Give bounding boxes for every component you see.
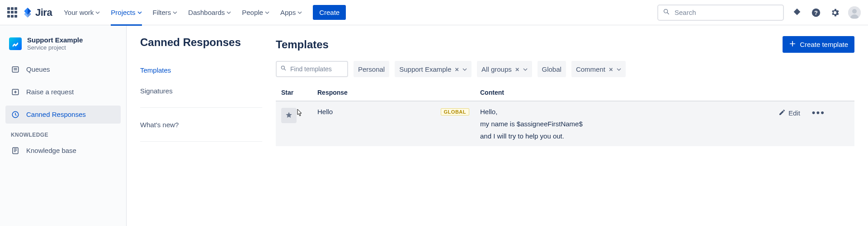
sidebar-item-queues[interactable]: Queues	[5, 60, 121, 78]
content-line: Hello,	[480, 108, 768, 115]
project-sidebar: Support Example Service project Queues R…	[0, 25, 127, 226]
subnav-divider	[140, 141, 262, 142]
create-template-label: Create template	[800, 41, 848, 48]
menu-filters[interactable]: Filters	[153, 0, 178, 25]
sidebar-section-knowledge: KNOWLEDGE	[5, 124, 121, 142]
content-title: Templates	[276, 38, 329, 51]
svg-point-4	[852, 9, 857, 14]
knowledge-base-icon	[11, 146, 20, 155]
sidebar-item-label: Raise a request	[26, 88, 74, 96]
sidebar-item-label: Canned Responses	[26, 111, 86, 118]
jira-wordmark: Jira	[35, 7, 52, 18]
jira-mark-icon	[23, 8, 33, 18]
search-icon	[663, 8, 670, 17]
chevron-down-icon	[95, 10, 100, 15]
app-switcher-icon[interactable]	[7, 7, 18, 18]
canned-responses-subnav: Canned Responses Templates Signatures Wh…	[127, 25, 276, 226]
sidebar-item-knowledge-base[interactable]: Knowledge base	[5, 142, 121, 160]
canned-responses-icon	[11, 110, 20, 119]
notifications-icon[interactable]	[791, 7, 803, 18]
filter-chip-personal[interactable]: Personal	[354, 61, 389, 77]
sidebar-item-label: Knowledge base	[26, 147, 76, 154]
content-line: and I will try to help you out.	[480, 132, 768, 140]
svg-point-0	[664, 9, 668, 13]
chevron-down-icon	[226, 10, 231, 15]
global-search[interactable]	[657, 5, 784, 21]
chevron-down-icon	[265, 10, 269, 15]
col-actions	[773, 84, 854, 101]
jira-logo[interactable]: Jira	[23, 7, 52, 18]
chip-label: Support Example	[399, 65, 451, 73]
template-name: Hello	[317, 108, 435, 115]
subnav-item-templates[interactable]: Templates	[127, 60, 276, 80]
chevron-down-icon	[297, 10, 302, 15]
filter-chip-project[interactable]: Support Example ×	[395, 61, 472, 77]
top-nav: Jira Your work Projects Filters Dashboar…	[0, 0, 868, 25]
settings-icon[interactable]	[829, 7, 841, 18]
raise-request-icon	[11, 88, 20, 97]
chevron-down-icon	[462, 65, 467, 73]
subnav-item-signatures[interactable]: Signatures	[127, 80, 276, 101]
sidebar-item-label: Queues	[26, 65, 50, 73]
find-templates-box[interactable]	[276, 61, 348, 77]
global-search-input[interactable]	[674, 8, 778, 17]
menu-projects[interactable]: Projects	[111, 0, 142, 25]
subnav-item-whats-new[interactable]: What's new?	[127, 114, 276, 135]
menu-label: Your work	[64, 9, 94, 16]
menu-label: Filters	[153, 9, 171, 16]
templates-content: Templates Create template Personal Suppo…	[276, 25, 868, 226]
find-templates-input[interactable]	[289, 65, 344, 73]
top-right-icons: ?	[791, 6, 861, 19]
chevron-down-icon	[173, 10, 177, 15]
template-row[interactable]: Hello GLOBAL Hello, my name is $assignee…	[276, 101, 854, 146]
sidebar-item-raise-request[interactable]: Raise a request	[5, 83, 121, 101]
filter-chip-groups[interactable]: All groups ×	[477, 61, 532, 77]
svg-point-9	[281, 66, 284, 69]
col-response: Response	[312, 84, 475, 101]
col-star: Star	[276, 84, 312, 101]
menu-people[interactable]: People	[242, 0, 269, 25]
star-icon	[285, 111, 293, 120]
create-template-button[interactable]: Create template	[783, 36, 854, 53]
chip-label: Personal	[358, 65, 385, 73]
star-toggle[interactable]	[281, 108, 297, 123]
menu-label: Projects	[111, 9, 135, 16]
project-icon	[9, 37, 22, 50]
template-content-preview: Hello, my name is $assigneeFirstName$ an…	[480, 108, 768, 140]
user-avatar[interactable]	[848, 6, 861, 19]
chip-label: All groups	[481, 65, 512, 73]
row-more-menu[interactable]: •••	[812, 108, 825, 118]
sidebar-item-canned-responses[interactable]: Canned Responses	[5, 106, 121, 124]
filter-chip-comment[interactable]: Comment ×	[571, 61, 626, 77]
menu-label: Apps	[280, 9, 296, 16]
menu-your-work[interactable]: Your work	[64, 0, 100, 25]
menu-dashboards[interactable]: Dashboards	[188, 0, 231, 25]
top-menus: Your work Projects Filters Dashboards Pe…	[64, 0, 302, 25]
scope-badge: GLOBAL	[441, 108, 469, 115]
create-button[interactable]: Create	[313, 5, 346, 20]
col-content: Content	[475, 84, 773, 101]
chevron-down-icon	[617, 65, 621, 73]
subnav-divider	[140, 107, 262, 108]
chip-label: Global	[542, 65, 561, 73]
edit-label: Edit	[788, 109, 800, 117]
plus-icon	[789, 40, 796, 49]
filter-row: Personal Support Example × All groups × …	[276, 61, 854, 77]
project-subtitle: Service project	[27, 44, 83, 51]
chevron-down-icon	[137, 10, 142, 15]
templates-table: Star Response Content	[276, 84, 854, 146]
pencil-icon	[778, 109, 786, 117]
edit-template-link[interactable]: Edit	[778, 109, 800, 117]
queues-icon	[11, 65, 20, 74]
chip-clear-icon[interactable]: ×	[514, 65, 520, 73]
project-name: Support Example	[27, 36, 83, 44]
filter-chip-global[interactable]: Global	[538, 61, 566, 77]
content-line: my name is $assigneeFirstName$	[480, 120, 768, 128]
menu-label: Dashboards	[188, 9, 225, 16]
project-header[interactable]: Support Example Service project	[5, 36, 121, 60]
menu-apps[interactable]: Apps	[280, 0, 302, 25]
chip-clear-icon[interactable]: ×	[608, 65, 614, 73]
help-icon[interactable]: ?	[810, 7, 822, 18]
chip-clear-icon[interactable]: ×	[454, 65, 460, 73]
chevron-down-icon	[523, 65, 528, 73]
